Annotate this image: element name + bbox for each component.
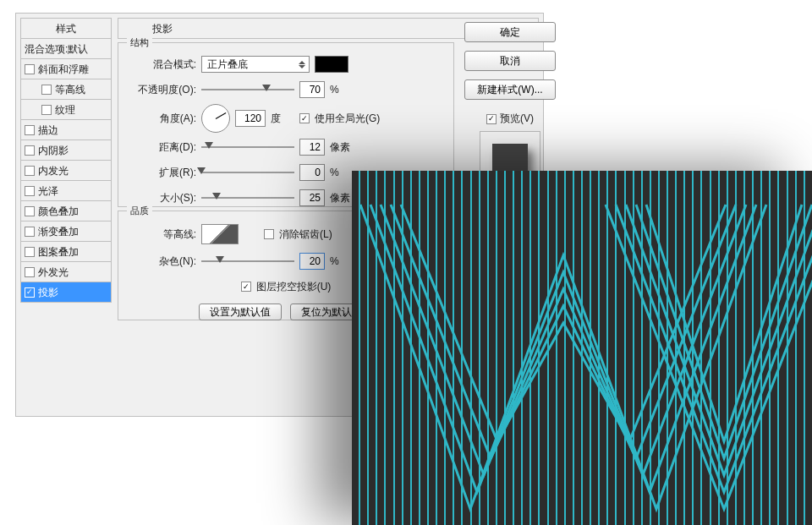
noise-slider[interactable] <box>201 255 294 267</box>
list-item-color-overlay[interactable]: 颜色叠加 <box>20 201 112 221</box>
checkbox-icon[interactable] <box>25 145 35 156</box>
opacity-slider[interactable] <box>201 84 294 96</box>
angle-input[interactable] <box>235 110 266 127</box>
spread-label: 扩展(R): <box>127 166 196 180</box>
opacity-label: 不透明度(O): <box>127 83 196 97</box>
new-style-button[interactable]: 新建样式(W)... <box>464 79 556 100</box>
checkbox-icon[interactable] <box>41 105 52 115</box>
styles-header[interactable]: 样式 <box>20 18 112 39</box>
ok-button[interactable]: 确定 <box>464 22 556 42</box>
contour-label: 等高线: <box>127 227 196 242</box>
checkbox-icon[interactable] <box>41 85 52 95</box>
list-label: 内发光 <box>38 161 69 181</box>
artwork-preview <box>352 171 812 525</box>
checkbox-icon[interactable] <box>25 64 35 74</box>
size-input[interactable] <box>299 189 325 206</box>
antialias-checkbox[interactable] <box>264 229 274 239</box>
checkbox-icon[interactable] <box>25 125 35 135</box>
list-label: 描边 <box>38 120 58 140</box>
preview-label: 预览(V) <box>500 112 534 126</box>
opacity-unit: % <box>330 84 354 96</box>
group-title: 结构 <box>127 36 152 49</box>
global-light-label: 使用全局光(G) <box>315 112 380 126</box>
global-light-checkbox[interactable] <box>299 113 310 123</box>
knockout-label: 图层挖空投影(U) <box>256 280 332 294</box>
distance-label: 距离(D): <box>127 140 196 155</box>
list-item-contour[interactable]: 等高线 <box>20 79 112 100</box>
list-label: 投影 <box>38 282 58 303</box>
spread-input[interactable] <box>299 164 325 181</box>
checkbox-icon[interactable] <box>25 227 35 237</box>
list-label: 斜面和浮雕 <box>38 59 89 79</box>
checkbox-icon[interactable] <box>25 247 35 257</box>
blending-options[interactable]: 混合选项:默认 <box>20 39 112 59</box>
preview-checkbox[interactable] <box>486 114 497 124</box>
checkbox-icon[interactable] <box>25 206 35 216</box>
select-value: 正片叠底 <box>207 57 248 72</box>
distance-input[interactable] <box>299 139 325 156</box>
list-item-inner-glow[interactable]: 内发光 <box>20 161 112 181</box>
artwork-stripes <box>352 171 812 525</box>
checkbox-icon[interactable] <box>25 287 35 298</box>
select-arrows-icon <box>297 57 307 71</box>
list-label: 纹理 <box>55 100 75 120</box>
spread-slider[interactable] <box>201 167 294 178</box>
list-label: 外发光 <box>38 262 69 282</box>
distance-slider[interactable] <box>201 141 294 153</box>
shadow-color-swatch[interactable] <box>315 56 348 73</box>
distance-unit: 像素 <box>330 140 354 155</box>
list-item-inner-shadow[interactable]: 内阴影 <box>20 140 112 161</box>
list-item-satin[interactable]: 光泽 <box>20 181 112 201</box>
list-item-outer-glow[interactable]: 外发光 <box>20 262 112 282</box>
angle-unit: 度 <box>271 112 294 126</box>
angle-dial[interactable] <box>201 104 230 133</box>
list-label: 内阴影 <box>38 140 69 161</box>
knockout-checkbox[interactable] <box>241 282 251 292</box>
list-item-drop-shadow[interactable]: 投影 <box>20 282 112 303</box>
list-label: 光泽 <box>38 181 58 201</box>
contour-picker[interactable] <box>201 224 239 244</box>
blend-mode-select[interactable]: 正片叠底 <box>201 56 310 73</box>
checkbox-icon[interactable] <box>25 186 35 196</box>
list-item-pattern-overlay[interactable]: 图案叠加 <box>20 242 112 262</box>
right-actions: 确定 取消 新建样式(W)... 预览(V) <box>464 22 556 192</box>
group-title: 品质 <box>127 205 152 217</box>
noise-unit: % <box>330 255 354 267</box>
noise-label: 杂色(N): <box>127 254 196 269</box>
style-list: 样式 混合选项:默认 斜面和浮雕 等高线 纹理 描边 内阴影 内发光 光泽 <box>20 18 112 303</box>
spread-unit: % <box>330 167 354 178</box>
list-item-gradient-overlay[interactable]: 渐变叠加 <box>20 221 112 242</box>
antialias-label: 消除锯齿(L) <box>279 227 332 242</box>
list-label: 图案叠加 <box>38 242 79 262</box>
size-label: 大小(S): <box>127 191 196 205</box>
size-slider[interactable] <box>201 192 294 204</box>
list-item-bevel[interactable]: 斜面和浮雕 <box>20 59 112 79</box>
opacity-input[interactable] <box>299 81 325 98</box>
list-item-texture[interactable]: 纹理 <box>20 100 112 120</box>
noise-input[interactable] <box>299 253 325 270</box>
list-label: 渐变叠加 <box>38 221 79 242</box>
checkbox-icon[interactable] <box>25 166 35 176</box>
set-default-button[interactable]: 设置为默认值 <box>199 304 282 320</box>
cancel-button[interactable]: 取消 <box>464 51 556 71</box>
blend-mode-label: 混合模式: <box>127 57 196 72</box>
size-unit: 像素 <box>330 191 354 205</box>
list-item-stroke[interactable]: 描边 <box>20 120 112 140</box>
list-label: 等高线 <box>55 79 85 100</box>
angle-label: 角度(A): <box>127 112 196 126</box>
checkbox-icon[interactable] <box>25 267 35 277</box>
list-label: 颜色叠加 <box>38 201 79 221</box>
